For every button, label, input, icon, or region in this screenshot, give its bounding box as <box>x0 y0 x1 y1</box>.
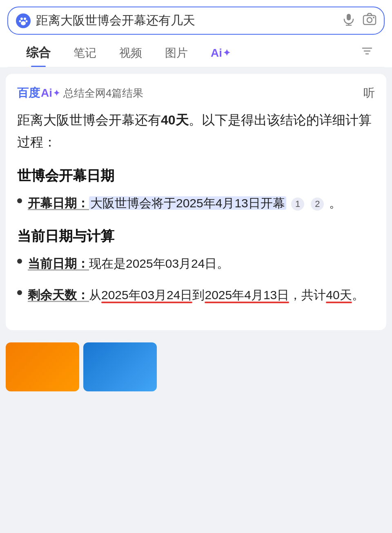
bullet-opening-date: 开幕日期：大阪世博会将于2025年4月13日开幕 1 2 。 <box>17 193 375 214</box>
ai-label: Ai <box>41 87 52 100</box>
listen-button[interactable]: 听 <box>363 85 375 101</box>
thumbnail-2[interactable] <box>83 342 157 391</box>
ai-summary-card: 百度 Ai✦ 总结全网4篇结果 听 距离大阪世博会开幕还有40天。以下是得出该结… <box>6 74 386 330</box>
ai-card-header: 百度 Ai✦ 总结全网4篇结果 听 <box>17 85 375 101</box>
search-icon-group <box>342 13 376 29</box>
svg-point-2 <box>19 20 21 22</box>
date-to-underline: 2025年4月13日 <box>205 288 289 302</box>
days-result-underline: 40天 <box>326 288 352 302</box>
baidu-logo <box>16 13 31 29</box>
section1-title: 世博会开幕日期 <box>17 167 375 185</box>
summary-count: 总结全网4篇结果 <box>63 86 143 100</box>
days-highlight: 40天 <box>161 113 189 127</box>
svg-point-10 <box>373 17 374 18</box>
baidu-ai-logo: 百度 Ai✦ <box>17 85 60 101</box>
search-bar[interactable]: 距离大阪世博会开幕还有几天 <box>7 7 385 35</box>
main-content: 百度 Ai✦ 总结全网4篇结果 听 距离大阪世博会开幕还有40天。以下是得出该结… <box>0 67 392 404</box>
svg-point-0 <box>20 18 23 20</box>
thumbnail-1[interactable] <box>6 342 79 391</box>
svg-point-9 <box>367 18 372 22</box>
search-query-text: 距离大阪世博会开幕还有几天 <box>36 12 337 29</box>
ai-sparkle: ✦ <box>53 88 60 98</box>
citation-1[interactable]: 1 <box>291 198 304 211</box>
bullet-content-1: 开幕日期：大阪世博会将于2025年4月13日开幕 1 2 。 <box>28 193 375 214</box>
filter-icon[interactable] <box>357 38 377 67</box>
camera-icon[interactable] <box>363 13 376 29</box>
section2-title: 当前日期与计算 <box>17 227 375 246</box>
tab-notes[interactable]: 笔记 <box>62 39 108 67</box>
bullet-dot-3 <box>17 290 22 295</box>
svg-point-4 <box>21 21 26 25</box>
bullet-content-2: 当前日期：现在是2025年03月24日。 <box>28 253 375 275</box>
tab-comprehensive[interactable]: 综合 <box>15 38 62 67</box>
bullet-label-1: 开幕日期： <box>28 196 89 210</box>
bullet-current-date: 当前日期：现在是2025年03月24日。 <box>17 253 375 275</box>
bullet-content-3: 剩余天数：从2025年03月24日到2025年4月13日，共计40天。 <box>28 284 375 306</box>
svg-rect-5 <box>347 14 351 20</box>
svg-point-1 <box>24 18 26 20</box>
tab-ai[interactable]: Ai✦ <box>199 40 242 65</box>
bottom-thumbnail-strip <box>0 337 392 397</box>
date-from-underline: 2025年03月24日 <box>101 288 192 302</box>
baidu-paw-icon <box>16 13 31 28</box>
bullet-label-2: 当前日期： <box>28 257 89 270</box>
microphone-icon[interactable] <box>342 13 355 29</box>
tab-images[interactable]: 图片 <box>154 39 199 67</box>
ai-plus-icon: ✦ <box>223 48 230 58</box>
nav-tabs: 综合 笔记 视频 图片 Ai✦ <box>7 38 385 67</box>
citation-2[interactable]: 2 <box>311 198 324 211</box>
main-answer: 距离大阪世博会开幕还有40天。以下是得出该结论的详细计算过程： <box>17 109 375 153</box>
bullet-dot-1 <box>17 198 22 203</box>
ai-card-title: 百度 Ai✦ 总结全网4篇结果 <box>17 85 143 101</box>
bullet-label-3: 剩余天数： <box>28 288 89 302</box>
bullet-dot-2 <box>17 259 22 264</box>
opening-date-highlight: 大阪世博会将于2025年4月13日开幕 <box>89 196 286 210</box>
bullet-remaining-days: 剩余天数：从2025年03月24日到2025年4月13日，共计40天。 <box>17 284 375 306</box>
search-bar-container: 距离大阪世博会开幕还有几天 综合 <box>0 0 392 67</box>
tab-video[interactable]: 视频 <box>108 39 154 67</box>
svg-point-3 <box>26 20 28 22</box>
